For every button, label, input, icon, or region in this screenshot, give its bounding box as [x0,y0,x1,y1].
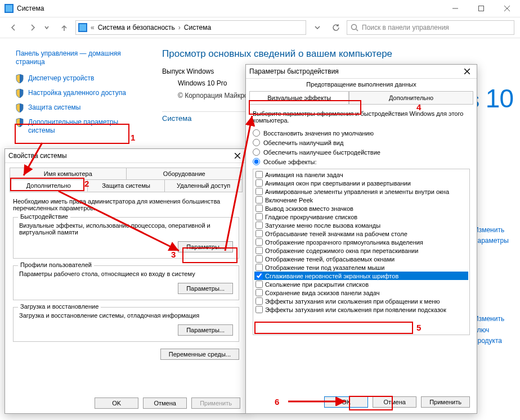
effect-label: Гладкое прокручивание списков [265,214,357,220]
tab-hardware[interactable]: Оборудование [127,168,243,179]
effect-item[interactable]: Отображение прозрачного прямоугольника в… [254,238,468,246]
nav-item-remote-settings[interactable]: Настройка удаленного доступа [16,89,145,98]
breadcrumb-root[interactable]: « [91,24,95,31]
effect-item[interactable]: Гладкое прокручивание списков [254,213,468,221]
effect-checkbox[interactable] [255,222,263,229]
effect-item[interactable]: Эффекты затухания или скольжения при поя… [254,305,468,314]
apply-button[interactable]: Применить [191,398,240,409]
effect-item[interactable]: Отображение содержимого окна при перетас… [254,246,468,255]
effect-checkbox[interactable] [255,281,263,288]
effect-checkbox[interactable] [255,213,263,220]
radio-input[interactable] [253,158,260,165]
window-close-button[interactable] [494,0,520,17]
effect-item[interactable]: Затухание меню после вызова команды [254,221,468,229]
effect-checkbox[interactable] [255,272,263,279]
group-desc: Загрузка и восстановление системы, отлад… [19,312,233,319]
effect-checkbox[interactable] [255,306,263,313]
dialog-footer: OK Отмена Применить [324,396,470,408]
nav-up-button[interactable] [56,20,72,35]
radio-option-1[interactable]: Обеспечить наилучший вид [253,139,470,146]
breadcrumb-item-2[interactable]: Система [184,24,211,31]
breadcrumb-item-1[interactable]: Система и безопасность [98,24,175,31]
change-product-key-link[interactable]: Изменить ключ продукта [474,314,513,346]
effect-item[interactable]: Отображение теней, отбрасываемых окнами [254,255,468,263]
address-bar[interactable]: « Система и безопасность › Система [75,20,306,35]
environment-variables-button[interactable]: Переменные среды... [160,349,239,360]
radio-input[interactable] [253,148,260,156]
radio-input[interactable] [253,139,260,146]
radio-label: Восстановить значения по умолчанию [263,130,374,137]
user-profiles-settings-button[interactable]: Параметры... [178,283,233,294]
radio-option-2[interactable]: Обеспечить наилучшее быстродействие [253,148,470,156]
radio-option-3[interactable]: Особые эффекты: [253,158,470,165]
effect-checkbox[interactable] [255,255,263,263]
effect-checkbox[interactable] [255,264,263,271]
dialog-close-button[interactable] [461,66,473,76]
cancel-button[interactable]: Отмена [143,398,187,409]
search-input[interactable]: Поиск в панели управления [347,20,514,35]
nav-forward-button[interactable] [25,20,41,35]
dialog-titlebar[interactable]: Параметры быстродействия [246,65,477,79]
nav-item-system-protection[interactable]: Защита системы [16,103,145,112]
shield-icon [16,89,24,98]
group-legend: Профили пользователей [18,261,94,268]
address-icon [78,23,87,32]
nav-back-button[interactable] [6,20,21,35]
effect-item[interactable]: Сглаживание неровностей экранных шрифтов [254,272,468,280]
effect-label: Отображение прозрачного прямоугольника в… [265,239,423,246]
radio-input[interactable] [253,129,260,137]
effect-item[interactable]: Отображение тени под указателем мыши [254,263,468,272]
radio-option-0[interactable]: Восстановить значения по умолчанию [253,129,470,137]
nav-item-device-manager[interactable]: Диспетчер устройств [16,74,145,83]
tab-advanced[interactable]: Дополнительно [10,179,88,192]
tab-remote[interactable]: Удаленный доступ [165,179,243,192]
effect-checkbox[interactable] [255,196,263,204]
effect-item[interactable]: Включение Peek [254,196,468,204]
window-maximize-button[interactable] [468,0,494,17]
effect-label: Эффекты затухания или скольжения при обр… [265,298,440,305]
group-performance: Быстродействие Визуальные эффекты, испол… [13,217,239,259]
effect-item[interactable]: Эффекты затухания или скольжения при обр… [254,297,468,305]
svg-line-6 [356,29,358,31]
effect-item[interactable]: Анимация на панели задач [254,170,468,179]
nav-item-advanced-system-settings[interactable]: Дополнительные параметры системы [16,118,145,135]
window-minimize-button[interactable] [442,0,468,17]
effect-item[interactable]: Скольжение при раскрытии списков [254,280,468,288]
tab-visual-effects[interactable]: Визуальные эффекты [249,91,349,104]
effect-checkbox[interactable] [255,205,263,212]
tab-dep-label-top[interactable]: Предотвращение выполнения данных [246,79,477,88]
dialog-titlebar[interactable]: Свойства системы [5,149,247,163]
effect-checkbox[interactable] [255,238,263,246]
apply-button[interactable]: Применить [421,396,470,408]
change-settings-link[interactable]: Изменить параметры [474,225,513,246]
ok-button[interactable]: OK [324,396,368,408]
radio-label: Особые эффекты: [263,159,316,165]
address-dropdown[interactable] [310,20,325,35]
effect-checkbox[interactable] [255,230,263,237]
effect-checkbox[interactable] [255,188,263,195]
radio-group: Восстановить значения по умолчаниюОбеспе… [253,129,470,165]
ok-button[interactable]: OK [95,398,138,409]
performance-settings-button[interactable]: Параметры... [178,241,233,252]
effect-item[interactable]: Сохранение вида эскизов панели задач [254,288,468,297]
effect-item[interactable]: Анимация окон при свертывании и разверты… [254,179,468,187]
refresh-button[interactable] [329,20,343,35]
effect-checkbox[interactable] [255,247,263,254]
effect-item[interactable]: Вывод эскизов вместо значков [254,204,468,213]
effect-checkbox[interactable] [255,179,263,187]
effect-checkbox[interactable] [255,171,263,178]
tab-computer-name[interactable]: Имя компьютера [10,168,127,179]
effect-item[interactable]: Отбрасывание теней значками на рабочем с… [254,229,468,238]
effect-item[interactable]: Анимированные элементы управления и элем… [254,187,468,196]
cancel-button[interactable]: Отмена [373,396,416,408]
nav-history-dropdown[interactable] [44,20,50,35]
tab-advanced-perf[interactable]: Дополнительно [349,91,473,104]
effects-list[interactable]: Анимация на панели задачАнимация окон пр… [253,169,470,335]
tab-system-protection[interactable]: Защита системы [88,179,165,192]
control-panel-home-link[interactable]: Панель управления — домашняя страница [16,49,145,66]
startup-recovery-settings-button[interactable]: Параметры... [178,324,233,336]
effect-checkbox[interactable] [255,297,263,305]
effect-checkbox[interactable] [255,289,263,296]
effect-label: Отбрасывание теней значками на рабочем с… [265,231,407,237]
dialog-close-button[interactable] [231,151,244,161]
